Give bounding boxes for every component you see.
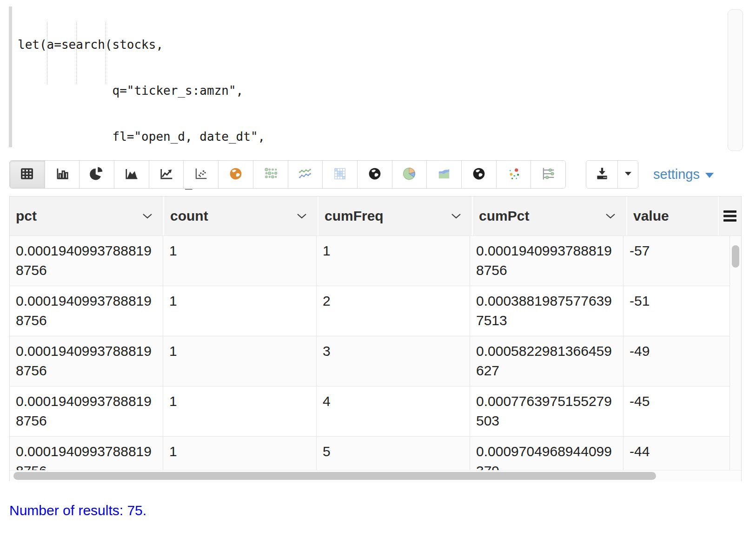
scatter-color-icon bbox=[505, 165, 522, 183]
vertical-scrollbar-thumb[interactable] bbox=[732, 245, 739, 268]
table-row[interactable]: 0.00019409937888198756 1 5 0.00097049689… bbox=[10, 437, 729, 470]
pie-chart-color-icon bbox=[401, 165, 418, 183]
horizontal-scrollbar-thumb[interactable] bbox=[13, 472, 656, 480]
cell-cumFreq: 2 bbox=[317, 286, 470, 336]
chevron-down-icon bbox=[605, 213, 616, 219]
table-menu-button[interactable] bbox=[719, 196, 741, 236]
pie-chart-color-button[interactable] bbox=[392, 161, 427, 188]
map-dark-2-button[interactable] bbox=[461, 161, 496, 188]
cell-pct: 0.00019409937888198756 bbox=[16, 341, 156, 380]
scatter-plot-button[interactable] bbox=[183, 161, 218, 188]
column-header-count[interactable]: count bbox=[164, 196, 318, 236]
cell-cumPct: 0.0009704968944099379 bbox=[476, 442, 617, 470]
column-header-cumFreq[interactable]: cumFreq bbox=[318, 196, 472, 236]
cell-pct: 0.00019409937888198756 bbox=[16, 291, 156, 330]
cell-value: -45 bbox=[623, 386, 729, 436]
parallel-coordinates-icon bbox=[540, 165, 557, 183]
cell-pct: 0.00019409937888198756 bbox=[16, 241, 156, 280]
hamburger-menu-icon bbox=[723, 210, 737, 223]
chevron-down-icon bbox=[451, 213, 462, 219]
column-label: value bbox=[633, 208, 669, 224]
cell-value: -44 bbox=[623, 437, 729, 470]
visualization-toolbar: settings bbox=[0, 160, 756, 189]
multi-line-chart-button[interactable] bbox=[288, 161, 323, 188]
chart-type-button-group bbox=[9, 160, 566, 189]
table-header-row: pct count cumFreq cumPct value bbox=[10, 196, 741, 236]
area-chart-color-button[interactable] bbox=[426, 161, 461, 188]
bar-chart-icon bbox=[54, 165, 71, 183]
horizontal-scrollbar[interactable] bbox=[10, 470, 741, 482]
code-editor[interactable]: let(a=search(stocks, q="ticker_s:amzn", … bbox=[0, 3, 756, 150]
code-line: fl="open_d, date_dt", bbox=[18, 129, 265, 144]
cell-value: -49 bbox=[623, 336, 729, 386]
table-icon bbox=[19, 165, 35, 183]
cell-cumFreq: 4 bbox=[317, 386, 470, 436]
download-options-button[interactable] bbox=[617, 161, 638, 188]
cell-cumFreq: 3 bbox=[317, 336, 470, 386]
pie-chart-button[interactable] bbox=[79, 161, 114, 188]
results-count-text: Number of results: 75. bbox=[9, 503, 146, 518]
area-chart-icon bbox=[123, 165, 140, 183]
bar-chart-button[interactable] bbox=[45, 161, 80, 188]
cell-cumFreq: 5 bbox=[317, 437, 470, 470]
vertical-scrollbar[interactable] bbox=[729, 236, 741, 470]
cell-cumPct: 0.0007763975155279503 bbox=[476, 392, 617, 431]
area-chart-button[interactable] bbox=[114, 161, 149, 188]
parallel-coordinates-button[interactable] bbox=[531, 161, 565, 188]
column-label: pct bbox=[16, 208, 37, 224]
column-label: count bbox=[170, 208, 208, 224]
heatmap-icon bbox=[332, 165, 348, 183]
pie-chart-icon bbox=[88, 165, 105, 183]
cell-cumFreq: 1 bbox=[317, 236, 470, 286]
scatter-plot-icon bbox=[192, 165, 209, 183]
map-orange-button[interactable] bbox=[218, 161, 253, 188]
chevron-down-icon bbox=[142, 213, 153, 219]
code-line: q="ticker_s:amzn", bbox=[18, 83, 265, 98]
globe-dark-2-icon bbox=[471, 165, 487, 183]
column-label: cumFreq bbox=[325, 208, 384, 224]
cell-count: 1 bbox=[163, 286, 317, 336]
globe-dark-icon bbox=[366, 165, 383, 183]
table-row[interactable]: 0.00019409937888198756 1 4 0.00077639751… bbox=[10, 386, 729, 437]
cell-value: -57 bbox=[623, 236, 729, 286]
globe-orange-icon bbox=[227, 165, 244, 183]
bubble-grid-button[interactable] bbox=[253, 161, 288, 188]
column-header-value[interactable]: value bbox=[627, 196, 718, 236]
map-dark-button[interactable] bbox=[357, 161, 392, 188]
cell-cumPct: 0.0005822981366459627 bbox=[476, 341, 617, 380]
cell-cumPct: 0.00038819875776397513 bbox=[476, 291, 617, 330]
code-line: let(a=search(stocks, bbox=[18, 37, 265, 52]
bubble-grid-icon bbox=[262, 165, 279, 183]
table-view-button[interactable] bbox=[10, 161, 45, 188]
line-chart-icon bbox=[158, 165, 175, 183]
area-chart-color-icon bbox=[436, 165, 452, 183]
scatter-color-button[interactable] bbox=[496, 161, 531, 188]
results-table: pct count cumFreq cumPct value bbox=[9, 196, 742, 481]
table-row[interactable]: 0.00019409937888198756 1 1 0.00019409937… bbox=[10, 236, 729, 286]
table-body: 0.00019409937888198756 1 1 0.00019409937… bbox=[10, 236, 741, 470]
cell-count: 1 bbox=[163, 437, 317, 470]
cell-cumPct: 0.00019409937888198756 bbox=[476, 241, 617, 280]
cell-count: 1 bbox=[163, 386, 317, 436]
page: let(a=search(stocks, q="ticker_s:amzn", … bbox=[0, 0, 756, 550]
line-chart-button[interactable] bbox=[149, 161, 184, 188]
download-icon bbox=[594, 166, 610, 183]
chevron-down-icon bbox=[296, 213, 307, 219]
table-row[interactable]: 0.00019409937888198756 1 3 0.00058229813… bbox=[10, 336, 729, 386]
download-button[interactable] bbox=[586, 161, 617, 188]
download-button-group bbox=[586, 160, 638, 189]
settings-link[interactable]: settings bbox=[653, 160, 715, 189]
table-row[interactable]: 0.00019409937888198756 1 2 0.00038819875… bbox=[10, 286, 729, 336]
multi-line-chart-icon bbox=[297, 165, 313, 183]
cell-pct: 0.00019409937888198756 bbox=[16, 392, 156, 431]
cell-pct: 0.00019409937888198756 bbox=[16, 442, 156, 470]
column-header-cumPct[interactable]: cumPct bbox=[473, 196, 626, 236]
cell-count: 1 bbox=[163, 236, 317, 286]
heatmap-button[interactable] bbox=[322, 161, 357, 188]
editor-left-gutter bbox=[9, 7, 12, 147]
editor-scrollbar[interactable] bbox=[728, 9, 743, 151]
cell-value: -51 bbox=[623, 286, 729, 336]
column-header-pct[interactable]: pct bbox=[10, 196, 163, 236]
column-label: cumPct bbox=[479, 208, 529, 224]
cell-count: 1 bbox=[163, 336, 317, 386]
